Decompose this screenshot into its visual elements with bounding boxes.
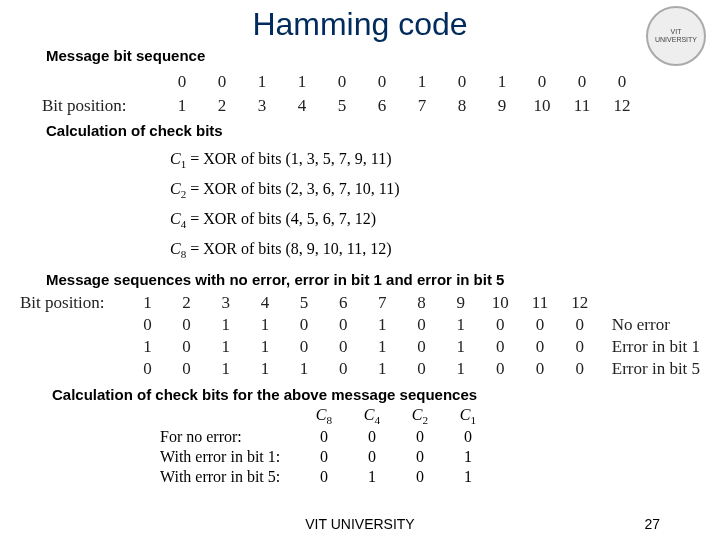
- table-row: 001100101000 No error: [20, 314, 720, 336]
- bit-value: 1: [363, 358, 402, 380]
- bit-value: 0: [284, 314, 323, 336]
- bit-position: 2: [167, 292, 206, 314]
- bit-value: 0: [128, 314, 167, 336]
- label-calc-check-bits: Calculation of check bits: [46, 122, 720, 139]
- bit-value: 0: [602, 70, 642, 94]
- row-label: With error in bit 5:: [160, 467, 300, 487]
- bit-position: 12: [602, 94, 642, 118]
- bit-value: 0: [442, 70, 482, 94]
- logo-line1: VIT: [655, 28, 697, 36]
- logo-line2: UNIVERSITY: [655, 36, 697, 44]
- slide-title: Hamming code: [0, 6, 720, 43]
- table-row: 101100101000 Error in bit 1: [20, 336, 720, 358]
- university-logo: VIT UNIVERSITY: [646, 6, 706, 66]
- table-row: With error in bit 1: 0 0 0 1: [160, 447, 492, 467]
- eq-rhs: = XOR of bits (1, 3, 5, 7, 9, 11): [190, 150, 391, 167]
- bit-value: 0: [520, 358, 560, 380]
- bit-position: 3: [242, 94, 282, 118]
- bit-position: 7: [363, 292, 402, 314]
- label-message-bit-sequence: Message bit sequence: [46, 47, 720, 64]
- syndrome-value: 0: [300, 467, 348, 487]
- label-calc-check-above: Calculation of check bits for the above …: [52, 386, 720, 403]
- bit-value: 1: [245, 358, 284, 380]
- bit-position: 5: [322, 94, 362, 118]
- table-row: 001110101000 Error in bit 5: [20, 358, 720, 380]
- syndrome-value: 1: [348, 467, 396, 487]
- syndrome-table: C8 C4 C2 C1 For no error: 0 0 0 0 With e…: [160, 405, 492, 487]
- syndrome-value: 0: [444, 427, 492, 447]
- bit-value: 1: [206, 314, 245, 336]
- eq-rhs: = XOR of bits (2, 3, 6, 7, 10, 11): [190, 180, 399, 197]
- bit-value: 0: [480, 314, 520, 336]
- syndrome-value: 0: [300, 427, 348, 447]
- bit-value: 0: [167, 336, 206, 358]
- eq-sub: 8: [181, 248, 187, 260]
- bit-value: 1: [482, 70, 522, 94]
- eq-rhs: = XOR of bits (8, 9, 10, 11, 12): [190, 240, 391, 257]
- bit-value: 0: [284, 336, 323, 358]
- eq-var: C: [170, 210, 181, 227]
- table-row: 0 0 1 1 0 0 1 0 1 0 0 0: [42, 70, 642, 94]
- table-row: Bit position: 1 2 3 4 5 6 7 8 9 10 11 12: [42, 94, 642, 118]
- bit-value: 1: [284, 358, 323, 380]
- bit-value: 0: [480, 358, 520, 380]
- bit-position: 6: [324, 292, 363, 314]
- eq-var: C: [170, 180, 181, 197]
- bit-value: 1: [363, 314, 402, 336]
- bit-value: 0: [560, 336, 600, 358]
- bit-position: 4: [245, 292, 284, 314]
- bit-value: 1: [128, 336, 167, 358]
- label-msg-seq-errors: Message sequences with no error, error i…: [46, 271, 720, 288]
- bit-value: 0: [520, 314, 560, 336]
- bit-value: 0: [402, 314, 441, 336]
- bit-value: 0: [480, 336, 520, 358]
- bit-position: 5: [284, 292, 323, 314]
- bit-position: 8: [442, 94, 482, 118]
- bit-value: 0: [202, 70, 242, 94]
- bit-value: 0: [362, 70, 402, 94]
- syndrome-header: C8: [300, 405, 348, 427]
- bit-value: 0: [520, 336, 560, 358]
- syndrome-value: 0: [300, 447, 348, 467]
- bit-value: 1: [441, 314, 480, 336]
- eq-sub: 1: [181, 158, 187, 170]
- bit-value: 0: [324, 314, 363, 336]
- row-label: No error: [600, 314, 720, 336]
- bit-value: 0: [324, 336, 363, 358]
- bit-value: 0: [167, 314, 206, 336]
- table-row: With error in bit 5: 0 1 0 1: [160, 467, 492, 487]
- bit-value: 1: [245, 314, 284, 336]
- bit-value: 0: [128, 358, 167, 380]
- bit-value: 1: [282, 70, 322, 94]
- row-label: Error in bit 5: [600, 358, 720, 380]
- eq-sub: 4: [181, 218, 187, 230]
- bit-value: 0: [560, 314, 600, 336]
- bit-position: 12: [560, 292, 600, 314]
- bit-value: 1: [363, 336, 402, 358]
- row-label: With error in bit 1:: [160, 447, 300, 467]
- bit-value: 0: [522, 70, 562, 94]
- bit-value: 1: [441, 358, 480, 380]
- row-label: Error in bit 1: [600, 336, 720, 358]
- bit-value: 0: [322, 70, 362, 94]
- bit-position: 9: [441, 292, 480, 314]
- bit-position-label: Bit position:: [42, 94, 162, 118]
- bit-value: 1: [206, 358, 245, 380]
- bit-value: 1: [441, 336, 480, 358]
- bit-value: 0: [402, 358, 441, 380]
- error-sequence-table: Bit position: 1 2 3 4 5 6 7 8 9 10 11 12…: [20, 292, 720, 380]
- bit-position: 1: [128, 292, 167, 314]
- equation-row: C4 = XOR of bits (4, 5, 6, 7, 12): [170, 205, 720, 235]
- bit-position: 10: [480, 292, 520, 314]
- footer-page-number: 27: [644, 516, 660, 532]
- syndrome-header: C2: [396, 405, 444, 427]
- syndrome-value: 0: [396, 467, 444, 487]
- bit-position: 3: [206, 292, 245, 314]
- bit-position: 1: [162, 94, 202, 118]
- syndrome-value: 0: [396, 447, 444, 467]
- bit-position: 10: [522, 94, 562, 118]
- table-row: C8 C4 C2 C1: [160, 405, 492, 427]
- bit-value: 0: [162, 70, 202, 94]
- table-row: Bit position: 1 2 3 4 5 6 7 8 9 10 11 12: [20, 292, 720, 314]
- bit-position: 11: [562, 94, 602, 118]
